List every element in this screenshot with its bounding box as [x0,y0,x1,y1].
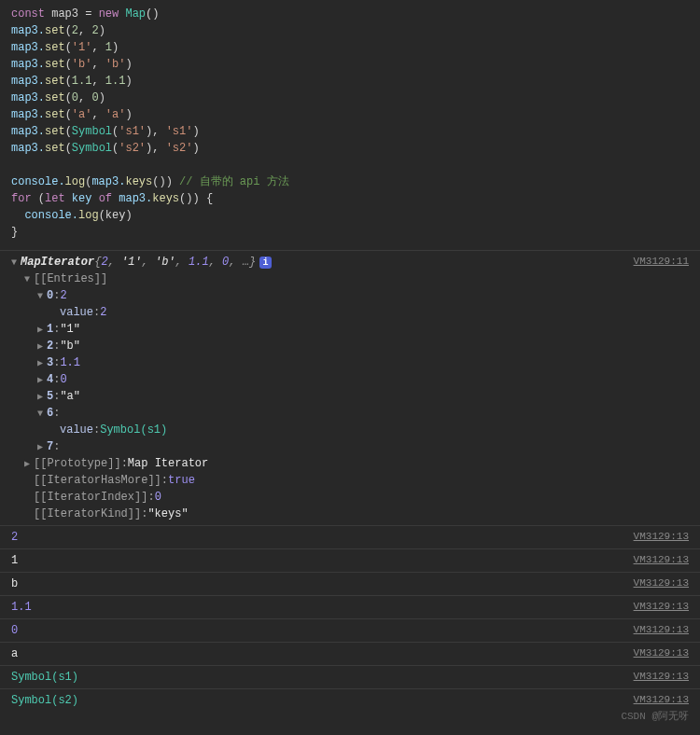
log-value: b [11,577,18,590]
log-row: 0VM3129:13 [0,618,700,642]
entries-node[interactable]: [[Entries]] [11,270,634,287]
source-link[interactable]: VM3129:13 [634,529,689,545]
log-row: 2VM3129:13 [0,525,700,548]
tree-root[interactable]: MapIterator { 2, '1', 'b', 1.1, 0, … } i [11,254,634,270]
code-editor: const map3 = new Map() map3.set(2, 2) ma… [0,0,700,246]
code-line: map3.set(0, 0) [11,90,689,106]
entry-node[interactable]: 0: 2 [11,287,634,304]
entry-value-node: value: Symbol(s1) [11,422,634,438]
entry-node[interactable]: 2: "b" [11,338,634,354]
code-line: map3.set(1.1, 1.1) [11,73,689,90]
caret-down-icon[interactable] [11,256,21,270]
entry-node[interactable]: 1: "1" [11,321,634,338]
caret-down-icon[interactable] [37,407,47,421]
object-preview: 2, '1', 'b', 1.1, 0, … [101,254,248,270]
caret-down-icon[interactable] [24,272,34,286]
log-value: 2 [11,531,18,544]
log-value: Symbol(s2) [11,694,78,707]
info-icon[interactable]: i [259,257,272,269]
entry-node[interactable]: 3: 1.1 [11,354,634,371]
log-value: 1 [11,554,18,567]
caret-right-icon[interactable] [37,440,47,454]
entry-node[interactable]: 7: [11,438,634,455]
code-line: map3.set('1', 1) [11,39,689,56]
kind-node: [[IteratorKind]]: "keys" [11,506,634,522]
log-row: bVM3129:13 [0,572,700,595]
caret-down-icon[interactable] [37,289,47,303]
log-value: 1.1 [11,601,32,614]
source-link[interactable]: VM3129:13 [634,622,689,638]
log-row-object: MapIterator { 2, '1', 'b', 1.1, 0, … } i… [0,250,700,525]
source-link[interactable]: VM3129:11 [634,254,689,270]
source-link[interactable]: VM3129:13 [634,576,689,591]
source-link[interactable]: VM3129:13 [634,692,689,708]
source-link[interactable]: VM3129:13 [634,669,689,685]
code-line: console.log(key) [11,207,689,224]
code-line: map3.set(Symbol('s1'), 's1') [11,123,689,140]
code-line: map3.set('a', 'a') [11,106,689,123]
index-node: [[IteratorIndex]]: 0 [11,489,634,506]
object-tree: MapIterator { 2, '1', 'b', 1.1, 0, … } i… [11,254,634,522]
caret-right-icon[interactable] [24,457,34,471]
code-line: map3.set(2, 2) [11,22,689,39]
code-line: map3.set('b', 'b') [11,56,689,73]
code-line: } [11,224,689,241]
entry-value-node: value: 2 [11,304,634,321]
caret-right-icon[interactable] [37,323,47,337]
entry-node[interactable]: 4: 0 [11,371,634,388]
log-row: 1VM3129:13 [0,548,700,572]
code-line: for (let key of map3.keys()) { [11,190,689,207]
log-value: 0 [11,624,18,637]
code-line: console.log(map3.keys()) // 自带的 api 方法 [11,173,689,190]
log-value: Symbol(s1) [11,671,78,684]
caret-right-icon[interactable] [37,390,47,404]
object-classname: MapIterator [21,254,94,270]
entry-node[interactable]: 6: [11,405,634,422]
log-row: 1.1VM3129:13 [0,595,700,618]
code-line: const map3 = new Map() [11,6,689,22]
code-line: map3.set(Symbol('s2'), 's2') [11,140,689,157]
source-link[interactable]: VM3129:13 [634,645,689,661]
source-link[interactable]: VM3129:13 [634,552,689,568]
log-row: Symbol(s2)VM3129:13 [0,688,700,712]
caret-right-icon[interactable] [37,373,47,387]
code-line [11,157,689,173]
source-link[interactable]: VM3129:13 [634,599,689,615]
caret-right-icon[interactable] [37,356,47,370]
log-value: a [11,647,18,660]
log-row: Symbol(s1)VM3129:13 [0,665,700,688]
hasmore-node: [[IteratorHasMore]]: true [11,472,634,489]
console-output: MapIterator { 2, '1', 'b', 1.1, 0, … } i… [0,250,700,712]
caret-right-icon[interactable] [37,340,47,354]
entry-node[interactable]: 5: "a" [11,388,634,405]
log-row: aVM3129:13 [0,642,700,665]
prototype-node[interactable]: [[Prototype]]: Map Iterator [11,455,634,472]
